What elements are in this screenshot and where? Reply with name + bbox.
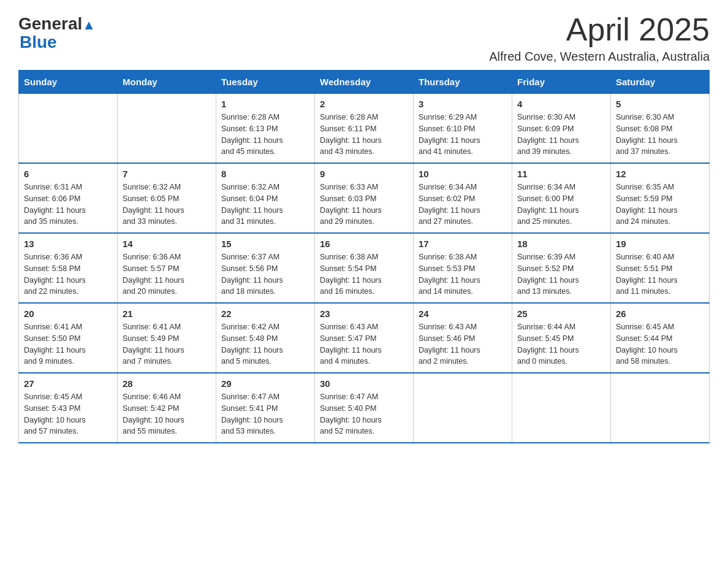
weekday-header-monday: Monday xyxy=(118,71,216,94)
day-number: 8 xyxy=(221,169,309,179)
calendar-cell: 27Sunrise: 6:45 AM Sunset: 5:43 PM Dayli… xyxy=(19,373,118,443)
calendar-week-row: 20Sunrise: 6:41 AM Sunset: 5:50 PM Dayli… xyxy=(19,303,710,373)
calendar-cell: 28Sunrise: 6:46 AM Sunset: 5:42 PM Dayli… xyxy=(118,373,216,443)
title-section: April 2025 Alfred Cove, Western Australi… xyxy=(489,12,710,64)
calendar-cell: 16Sunrise: 6:38 AM Sunset: 5:54 PM Dayli… xyxy=(315,233,414,303)
calendar-cell: 5Sunrise: 6:30 AM Sunset: 6:08 PM Daylig… xyxy=(611,94,710,164)
day-info: Sunrise: 6:47 AM Sunset: 5:40 PM Dayligh… xyxy=(320,391,408,437)
day-number: 12 xyxy=(616,169,704,179)
location-subtitle: Alfred Cove, Western Australia, Australi… xyxy=(489,50,710,64)
calendar-cell: 9Sunrise: 6:33 AM Sunset: 6:03 PM Daylig… xyxy=(315,163,414,233)
calendar-cell: 15Sunrise: 6:37 AM Sunset: 5:56 PM Dayli… xyxy=(216,233,315,303)
weekday-header-wednesday: Wednesday xyxy=(315,71,414,94)
day-number: 3 xyxy=(419,99,507,109)
day-number: 10 xyxy=(419,169,507,179)
calendar-cell: 23Sunrise: 6:43 AM Sunset: 5:47 PM Dayli… xyxy=(315,303,414,373)
day-info: Sunrise: 6:38 AM Sunset: 5:53 PM Dayligh… xyxy=(419,251,507,297)
day-info: Sunrise: 6:33 AM Sunset: 6:03 PM Dayligh… xyxy=(320,182,408,228)
weekday-header-tuesday: Tuesday xyxy=(216,71,315,94)
day-number: 17 xyxy=(419,239,507,249)
weekday-header-friday: Friday xyxy=(512,71,611,94)
day-info: Sunrise: 6:29 AM Sunset: 6:10 PM Dayligh… xyxy=(419,112,507,158)
calendar-cell: 21Sunrise: 6:41 AM Sunset: 5:49 PM Dayli… xyxy=(118,303,216,373)
calendar-cell: 6Sunrise: 6:31 AM Sunset: 6:06 PM Daylig… xyxy=(19,163,118,233)
day-info: Sunrise: 6:32 AM Sunset: 6:04 PM Dayligh… xyxy=(221,182,309,228)
calendar-week-row: 13Sunrise: 6:36 AM Sunset: 5:58 PM Dayli… xyxy=(19,233,710,303)
calendar-cell xyxy=(414,373,512,443)
day-info: Sunrise: 6:28 AM Sunset: 6:13 PM Dayligh… xyxy=(221,112,309,158)
day-number: 18 xyxy=(517,239,605,249)
day-info: Sunrise: 6:36 AM Sunset: 5:58 PM Dayligh… xyxy=(24,251,112,297)
day-info: Sunrise: 6:47 AM Sunset: 5:41 PM Dayligh… xyxy=(221,391,309,437)
day-info: Sunrise: 6:39 AM Sunset: 5:52 PM Dayligh… xyxy=(517,251,605,297)
day-info: Sunrise: 6:37 AM Sunset: 5:56 PM Dayligh… xyxy=(221,251,309,297)
day-number: 2 xyxy=(320,99,408,109)
calendar-body: 1Sunrise: 6:28 AM Sunset: 6:13 PM Daylig… xyxy=(19,94,710,443)
calendar-cell: 18Sunrise: 6:39 AM Sunset: 5:52 PM Dayli… xyxy=(512,233,611,303)
day-number: 27 xyxy=(24,378,112,389)
day-number: 20 xyxy=(24,308,112,319)
day-info: Sunrise: 6:35 AM Sunset: 5:59 PM Dayligh… xyxy=(616,182,704,228)
day-info: Sunrise: 6:38 AM Sunset: 5:54 PM Dayligh… xyxy=(320,251,408,297)
month-title: April 2025 xyxy=(489,12,710,47)
day-info: Sunrise: 6:30 AM Sunset: 6:09 PM Dayligh… xyxy=(517,112,605,158)
weekday-header-row: SundayMondayTuesdayWednesdayThursdayFrid… xyxy=(19,71,710,94)
day-info: Sunrise: 6:41 AM Sunset: 5:50 PM Dayligh… xyxy=(24,321,112,367)
day-number: 25 xyxy=(517,308,605,319)
calendar-cell: 10Sunrise: 6:34 AM Sunset: 6:02 PM Dayli… xyxy=(414,163,512,233)
day-number: 5 xyxy=(616,99,704,109)
day-number: 4 xyxy=(517,99,605,109)
day-info: Sunrise: 6:28 AM Sunset: 6:11 PM Dayligh… xyxy=(320,112,408,158)
day-number: 9 xyxy=(320,169,408,179)
day-number: 19 xyxy=(616,239,704,249)
day-number: 24 xyxy=(419,308,507,319)
calendar-cell xyxy=(118,94,216,164)
day-number: 29 xyxy=(221,378,309,389)
calendar-week-row: 1Sunrise: 6:28 AM Sunset: 6:13 PM Daylig… xyxy=(19,94,710,164)
day-info: Sunrise: 6:43 AM Sunset: 5:46 PM Dayligh… xyxy=(419,321,507,367)
calendar-cell: 22Sunrise: 6:42 AM Sunset: 5:48 PM Dayli… xyxy=(216,303,315,373)
calendar-cell: 11Sunrise: 6:34 AM Sunset: 6:00 PM Dayli… xyxy=(512,163,611,233)
day-number: 28 xyxy=(123,378,211,389)
day-number: 23 xyxy=(320,308,408,319)
day-number: 15 xyxy=(221,239,309,249)
day-info: Sunrise: 6:44 AM Sunset: 5:45 PM Dayligh… xyxy=(517,321,605,367)
calendar-cell: 1Sunrise: 6:28 AM Sunset: 6:13 PM Daylig… xyxy=(216,94,315,164)
calendar-cell: 12Sunrise: 6:35 AM Sunset: 5:59 PM Dayli… xyxy=(611,163,710,233)
calendar-cell: 7Sunrise: 6:32 AM Sunset: 6:05 PM Daylig… xyxy=(118,163,216,233)
day-number: 30 xyxy=(320,378,408,389)
day-info: Sunrise: 6:32 AM Sunset: 6:05 PM Dayligh… xyxy=(123,182,211,228)
day-number: 21 xyxy=(123,308,211,319)
calendar-cell: 3Sunrise: 6:29 AM Sunset: 6:10 PM Daylig… xyxy=(414,94,512,164)
weekday-header-sunday: Sunday xyxy=(19,71,118,94)
calendar-cell xyxy=(611,373,710,443)
day-info: Sunrise: 6:31 AM Sunset: 6:06 PM Dayligh… xyxy=(24,182,112,228)
day-number: 13 xyxy=(24,239,112,249)
calendar-cell xyxy=(19,94,118,164)
logo: General▲ Blue xyxy=(18,15,96,52)
day-info: Sunrise: 6:40 AM Sunset: 5:51 PM Dayligh… xyxy=(616,251,704,297)
weekday-header-saturday: Saturday xyxy=(611,71,710,94)
logo-text: General▲ xyxy=(18,15,96,33)
calendar-week-row: 6Sunrise: 6:31 AM Sunset: 6:06 PM Daylig… xyxy=(19,163,710,233)
day-number: 11 xyxy=(517,169,605,179)
day-number: 26 xyxy=(616,308,704,319)
calendar-cell: 13Sunrise: 6:36 AM Sunset: 5:58 PM Dayli… xyxy=(19,233,118,303)
logo-blue-text: ▲ xyxy=(82,17,96,33)
day-info: Sunrise: 6:45 AM Sunset: 5:44 PM Dayligh… xyxy=(616,321,704,367)
day-number: 6 xyxy=(24,169,112,179)
day-info: Sunrise: 6:34 AM Sunset: 6:02 PM Dayligh… xyxy=(419,182,507,228)
day-number: 22 xyxy=(221,308,309,319)
calendar-cell: 19Sunrise: 6:40 AM Sunset: 5:51 PM Dayli… xyxy=(611,233,710,303)
calendar-cell: 4Sunrise: 6:30 AM Sunset: 6:09 PM Daylig… xyxy=(512,94,611,164)
day-info: Sunrise: 6:45 AM Sunset: 5:43 PM Dayligh… xyxy=(24,391,112,437)
calendar-cell: 30Sunrise: 6:47 AM Sunset: 5:40 PM Dayli… xyxy=(315,373,414,443)
weekday-header-thursday: Thursday xyxy=(414,71,512,94)
calendar-cell: 17Sunrise: 6:38 AM Sunset: 5:53 PM Dayli… xyxy=(414,233,512,303)
logo-blue-word: Blue xyxy=(20,33,57,52)
day-info: Sunrise: 6:42 AM Sunset: 5:48 PM Dayligh… xyxy=(221,321,309,367)
calendar-table: SundayMondayTuesdayWednesdayThursdayFrid… xyxy=(18,70,710,443)
calendar-cell: 25Sunrise: 6:44 AM Sunset: 5:45 PM Dayli… xyxy=(512,303,611,373)
calendar-cell: 8Sunrise: 6:32 AM Sunset: 6:04 PM Daylig… xyxy=(216,163,315,233)
day-info: Sunrise: 6:36 AM Sunset: 5:57 PM Dayligh… xyxy=(123,251,211,297)
